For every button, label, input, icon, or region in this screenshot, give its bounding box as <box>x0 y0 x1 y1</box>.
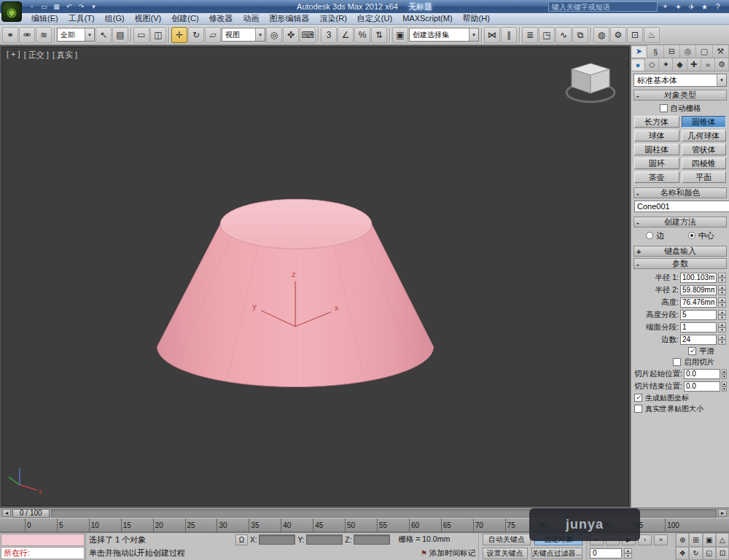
keyboard-override-toggle[interactable]: ⌨ <box>300 27 316 43</box>
spinner-up-icon[interactable]: ▲ <box>718 310 726 315</box>
select-and-scale-button[interactable]: ▱ <box>205 27 221 43</box>
selection-filter-dropdown[interactable]: 全部 ▾ <box>57 28 95 42</box>
spinner-up-icon[interactable]: ▲ <box>718 322 726 327</box>
autogrid-checkbox[interactable]: 自动栅格 <box>634 103 726 114</box>
named-selection-sets-dropdown[interactable]: 创建选择集 ▾ <box>409 28 479 42</box>
previous-frame-arrow[interactable]: ◂ <box>2 509 11 517</box>
spinner-up-icon[interactable]: ▲ <box>718 335 726 340</box>
generate-mapping-coords-checkbox[interactable]: ✓ 生成贴图坐标 <box>634 392 726 403</box>
current-frame-input[interactable] <box>590 548 622 559</box>
edit-named-selection-sets-button[interactable]: ▣ <box>392 27 408 43</box>
set-key-button[interactable]: 设置关键点 <box>483 548 528 559</box>
selection-lock-icon[interactable]: Ω <box>235 534 248 545</box>
spinner-up-icon[interactable]: ▲ <box>722 381 727 386</box>
button-teapot[interactable]: 茶壶 <box>634 171 679 183</box>
project-menu-icon[interactable]: ▾ <box>88 1 99 12</box>
button-geosphere[interactable]: 几何球体 <box>682 130 727 141</box>
zoom-all-icon[interactable]: ⊞ <box>689 533 702 547</box>
slice-from-input[interactable] <box>684 369 720 379</box>
category-space-warps[interactable]: ≈ <box>701 58 715 71</box>
redo-icon[interactable]: ↷ <box>76 1 87 12</box>
height-input[interactable] <box>680 298 717 308</box>
category-helpers[interactable]: ✚ <box>687 58 701 71</box>
button-tube[interactable]: 管状体 <box>682 144 727 155</box>
schematic-view-button[interactable]: ⧉ <box>572 27 588 43</box>
unlink-selection-button[interactable]: ⚮ <box>19 27 35 43</box>
menu-group[interactable]: 组(G) <box>100 13 130 24</box>
pan-icon[interactable]: ❖ <box>676 547 689 560</box>
menu-graph-editors[interactable]: 图形编辑器 <box>265 13 315 24</box>
select-by-name-button[interactable]: ▤ <box>112 27 128 43</box>
tab-hierarchy[interactable]: ⊟ <box>664 45 680 58</box>
radio-center[interactable]: 中心 <box>688 230 714 241</box>
render-production-button[interactable]: ♨ <box>644 27 660 43</box>
button-pyramid[interactable]: 四棱锥 <box>682 158 727 169</box>
layer-manager-button[interactable]: ≣ <box>522 27 538 43</box>
menu-help[interactable]: 帮助(H) <box>458 13 495 24</box>
button-torus[interactable]: 圆环 <box>634 158 679 169</box>
tab-modify[interactable]: § <box>647 45 663 58</box>
menu-edit[interactable]: 编辑(E) <box>26 13 63 24</box>
spinner-down-icon[interactable]: ▼ <box>718 327 726 332</box>
curve-editor-button[interactable]: ∿ <box>555 27 572 43</box>
rollout-name-color-header[interactable]: - 名称和颜色 <box>634 187 727 198</box>
rollout-creation-method-header[interactable]: - 创建方法 <box>634 217 727 228</box>
category-shapes[interactable]: ◇ <box>645 58 659 71</box>
radio-edge[interactable]: 边 <box>646 230 664 241</box>
viewport-menu-shading[interactable]: [ 真实 ] <box>52 50 77 61</box>
coordinate-y-input[interactable] <box>306 534 343 545</box>
button-cylinder[interactable]: 圆柱体 <box>634 144 679 155</box>
add-time-tag-button[interactable]: ⚑ 添加时间标记 <box>421 548 475 559</box>
menu-modifiers[interactable]: 修改器 <box>204 13 238 24</box>
tab-display[interactable]: ▢ <box>696 45 712 58</box>
infocenter-search-input[interactable] <box>548 1 658 12</box>
rendered-frame-window-button[interactable]: ⊡ <box>627 27 643 43</box>
category-lights[interactable]: ✦ <box>659 58 673 71</box>
auto-key-button[interactable]: 自动关键点 <box>483 534 531 545</box>
menu-tools[interactable]: 工具(T) <box>63 13 100 24</box>
height-segments-input[interactable] <box>680 310 717 320</box>
key-filters-button[interactable]: 关键点过滤器... <box>531 548 582 559</box>
align-button[interactable]: ∥ <box>501 27 517 43</box>
spinner-up-icon[interactable]: ▲ <box>624 548 632 553</box>
material-editor-button[interactable]: ◍ <box>593 27 609 43</box>
zoom-extents-icon[interactable]: ▣ <box>703 533 716 547</box>
maximize-viewport-icon[interactable]: ⊡ <box>716 547 729 560</box>
button-plane[interactable]: 平面 <box>682 171 727 183</box>
menu-customize[interactable]: 自定义(U) <box>352 13 397 24</box>
spinner-snap-toggle[interactable]: ⇅ <box>371 27 387 43</box>
spinner-down-icon[interactable]: ▼ <box>722 386 727 392</box>
geometry-category-dropdown[interactable]: 标准基本体 ▾ <box>634 74 727 87</box>
menu-animation[interactable]: 动画 <box>238 13 265 24</box>
object-name-input[interactable] <box>634 201 729 212</box>
go-to-end-button[interactable]: » <box>654 534 668 545</box>
select-object-button[interactable]: ↖ <box>95 27 112 43</box>
spinner-up-icon[interactable]: ▲ <box>718 285 726 290</box>
category-cameras[interactable]: ◆ <box>673 58 687 71</box>
viewport[interactable]: [ + ] [ 正交 ] [ 真实 ] <box>1 47 629 506</box>
spinner-down-icon[interactable]: ▼ <box>718 303 726 308</box>
rectangular-selection-region-button[interactable]: ▭ <box>133 27 149 43</box>
spinner-down-icon[interactable]: ▼ <box>718 340 726 345</box>
rollout-parameters-header[interactable]: - 参数 <box>634 258 727 269</box>
real-world-map-size-checkbox[interactable]: 真实世界贴图大小 <box>634 403 726 414</box>
macro-recorder-field[interactable] <box>1 534 85 546</box>
angle-snap-toggle[interactable]: ∠ <box>338 27 354 43</box>
bind-to-space-warp-button[interactable]: ≋ <box>36 27 52 43</box>
view-cube[interactable] <box>566 63 615 102</box>
smooth-checkbox[interactable]: ✓ 平滑 <box>634 346 726 357</box>
subscription-icon[interactable]: ✦ <box>673 1 684 12</box>
menu-views[interactable]: 视图(V) <box>130 13 167 24</box>
undo-icon[interactable]: ↶ <box>63 1 74 12</box>
render-setup-button[interactable]: ⚙ <box>610 27 626 43</box>
tab-motion[interactable]: ◎ <box>680 45 696 58</box>
category-geometry[interactable]: ● <box>631 58 645 71</box>
button-box[interactable]: 长方体 <box>634 116 679 128</box>
scene-3d[interactable]: z y x x <box>2 47 628 505</box>
communication-center-icon[interactable]: ✈ <box>686 1 697 12</box>
select-and-link-button[interactable]: ⚭ <box>2 27 18 43</box>
spinner-up-icon[interactable]: ▲ <box>718 273 726 278</box>
menu-create[interactable]: 创建(C) <box>166 13 203 24</box>
spinner-down-icon[interactable]: ▼ <box>718 278 726 283</box>
ribbon-toggle-button[interactable]: ◳ <box>539 27 555 43</box>
